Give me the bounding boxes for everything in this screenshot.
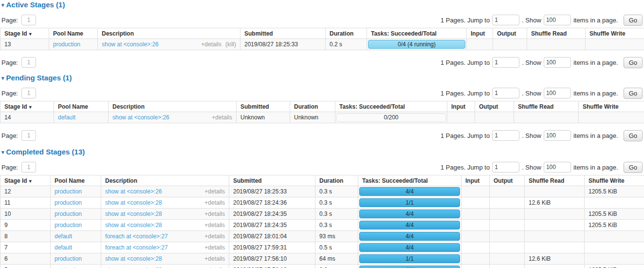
jump-to-input[interactable]	[492, 15, 519, 25]
items-text: items in a page.	[573, 59, 618, 66]
column-header-output[interactable]: Output	[493, 28, 527, 39]
jump-to-input[interactable]	[492, 130, 519, 141]
column-header-description[interactable]: Description	[101, 175, 229, 186]
column-header-shuffle-read[interactable]: Shuffle Read	[514, 101, 579, 112]
shuffle-read-cell	[525, 186, 585, 197]
column-header-shuffle-write[interactable]: Shuffle Write	[585, 175, 644, 186]
column-header-output[interactable]: Output	[490, 175, 525, 186]
show-count-input[interactable]	[544, 162, 571, 172]
column-header-stage-id[interactable]: Stage Id▾	[0, 175, 51, 186]
jump-to-input[interactable]	[492, 88, 519, 98]
column-header-shuffle-write[interactable]: Shuffle Write	[579, 101, 644, 112]
column-header-shuffle-read[interactable]: Shuffle Read	[527, 28, 586, 39]
details-toggle[interactable]: +details	[201, 41, 221, 48]
table-row: 14 default show at <console>:26+details …	[0, 112, 644, 123]
stage-id-cell: 6	[0, 253, 51, 265]
section-header-completed-stages[interactable]: ▾Completed Stages (13)	[1, 148, 644, 156]
column-header-submitted[interactable]: Submitted	[237, 101, 290, 112]
section-title-text: Pending Stages (1)	[6, 74, 72, 82]
kill-link[interactable]: (kill)	[225, 41, 236, 48]
details-toggle[interactable]: +details	[204, 244, 225, 251]
go-button[interactable]: Go	[624, 15, 643, 26]
show-count-input[interactable]	[544, 57, 571, 68]
details-toggle[interactable]: +details	[204, 233, 225, 240]
jump-to-input[interactable]	[492, 57, 519, 68]
shuffle-write-cell: 1205.5 KiB	[585, 220, 644, 231]
details-toggle[interactable]: +details	[204, 188, 225, 195]
column-header-submitted[interactable]: Submitted	[240, 28, 326, 39]
submitted-cell: 2019/08/27 17:59:31	[229, 242, 315, 253]
show-count-input[interactable]	[544, 15, 571, 25]
page-number-input[interactable]	[21, 57, 36, 68]
column-header-pool-name[interactable]: Pool Name	[54, 101, 109, 112]
details-toggle[interactable]: +details	[204, 222, 225, 229]
section-completed-stages: ▾Completed Stages (13) Page: 1 Pages. Ju…	[0, 148, 644, 268]
column-header-output[interactable]: Output	[475, 101, 514, 112]
items-text: items in a page.	[573, 132, 618, 139]
go-button[interactable]: Go	[624, 88, 643, 99]
pool-name-link[interactable]: production	[55, 199, 82, 206]
column-header-description[interactable]: Description	[109, 101, 237, 112]
pool-name-link[interactable]: production	[55, 188, 82, 195]
pool-name-link[interactable]: production	[55, 211, 82, 217]
pool-name-link[interactable]: default	[55, 233, 72, 240]
output-cell	[490, 186, 525, 197]
show-count-input[interactable]	[544, 130, 571, 141]
column-header-tasks[interactable]: Tasks: Succeeded/Total	[358, 175, 461, 186]
page-number-input[interactable]	[21, 15, 36, 25]
column-header-duration[interactable]: Duration	[290, 101, 335, 112]
pool-name-link[interactable]: production	[55, 255, 82, 262]
details-toggle[interactable]: +details	[204, 199, 225, 206]
pool-name-link[interactable]: default	[55, 244, 72, 251]
column-header-description[interactable]: Description	[98, 28, 240, 39]
page-number-input[interactable]	[21, 130, 36, 141]
go-button[interactable]: Go	[624, 162, 643, 173]
description-link[interactable]: show at <console>:28	[105, 211, 162, 217]
go-button[interactable]: Go	[624, 130, 643, 141]
pool-name-link[interactable]: production	[53, 41, 80, 48]
jump-to-input[interactable]	[492, 162, 519, 172]
go-button[interactable]: Go	[624, 57, 643, 68]
description-link[interactable]: show at <console>:28	[105, 222, 162, 229]
column-header-duration[interactable]: Duration	[326, 28, 367, 39]
column-header-duration[interactable]: Duration	[315, 175, 358, 186]
pages-text: 1 Pages. Jump to	[441, 132, 490, 139]
column-header-pool-name[interactable]: Pool Name	[51, 175, 101, 186]
description-link[interactable]: show at <console>:28	[105, 255, 162, 262]
description-link[interactable]: foreach at <console>:27	[105, 233, 168, 240]
column-header-tasks[interactable]: Tasks: Succeeded/Total	[335, 101, 447, 112]
collapse-arrow-icon: ▾	[1, 75, 4, 81]
column-header-shuffle-write[interactable]: Shuffle Write	[586, 28, 644, 39]
column-header-input[interactable]: Input	[461, 175, 490, 186]
section-header-active-stages[interactable]: ▾Active Stages (1)	[1, 1, 644, 9]
details-toggle[interactable]: +details	[212, 114, 232, 121]
table-row: 12 production show at <console>:26+detai…	[0, 186, 644, 197]
column-header-shuffle-read[interactable]: Shuffle Read	[525, 175, 585, 186]
details-toggle[interactable]: +details	[204, 255, 225, 262]
column-header-submitted[interactable]: Submitted	[229, 175, 315, 186]
show-count-input[interactable]	[544, 88, 571, 98]
duration-cell: 0.2 s	[326, 39, 367, 50]
column-header-input[interactable]: Input	[447, 101, 475, 112]
page-number-input[interactable]	[21, 162, 36, 172]
column-header-stage-id[interactable]: Stage Id▾	[0, 28, 49, 39]
column-header-stage-id[interactable]: Stage Id▾	[0, 101, 54, 112]
description-link[interactable]: show at <console>:28	[105, 199, 162, 206]
column-header-tasks[interactable]: Tasks: Succeeded/Total	[367, 28, 467, 39]
section-header-pending-stages[interactable]: ▾Pending Stages (1)	[1, 74, 644, 82]
shuffle-read-cell	[525, 231, 585, 242]
pool-name-link[interactable]: production	[55, 222, 82, 229]
sort-arrow-icon: ▾	[29, 31, 32, 37]
shuffle-read-cell	[527, 39, 586, 50]
description-link[interactable]: foreach at <console>:27	[105, 244, 168, 251]
page-number-input[interactable]	[21, 88, 36, 98]
pool-name-link[interactable]: default	[58, 114, 75, 121]
shuffle-read-cell	[525, 209, 585, 220]
details-toggle[interactable]: +details	[204, 211, 225, 217]
description-link[interactable]: show at <console>:26	[105, 188, 162, 195]
pending-stages-table: Stage Id▾ Pool Name Description Submitte…	[0, 101, 644, 123]
column-header-pool-name[interactable]: Pool Name	[49, 28, 98, 39]
description-link[interactable]: show at <console>:26	[102, 41, 159, 48]
column-header-input[interactable]: Input	[467, 28, 493, 39]
description-link[interactable]: show at <console>:26	[112, 114, 169, 121]
